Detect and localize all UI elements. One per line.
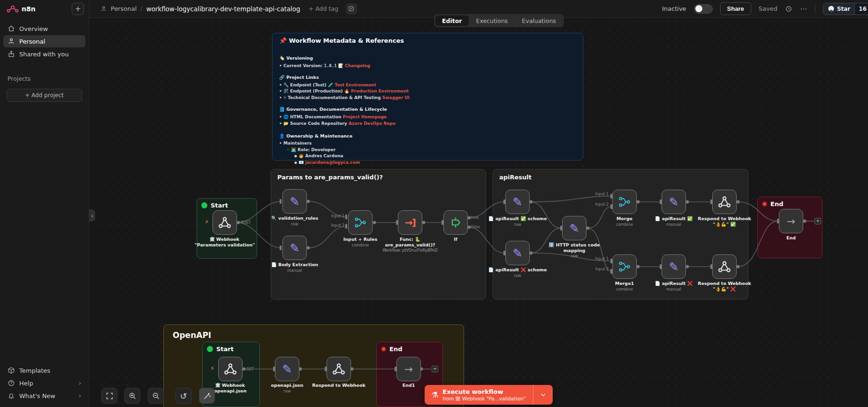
execute-options-chevron[interactable]: [533, 385, 553, 405]
node-end[interactable]: →: [779, 209, 803, 233]
execute-workflow-icon: →]: [405, 217, 415, 228]
production-environment-link[interactable]: 🔥 Production Environment: [344, 89, 409, 93]
sidebar-collapse-handle[interactable]: ‹: [89, 209, 95, 222]
tidy-up-button[interactable]: [199, 388, 215, 404]
node-caption: 📄 apiResult ❌ scheme raw: [487, 267, 548, 278]
undo-button[interactable]: ↺: [175, 388, 191, 404]
node-respond-to-webhook-ok[interactable]: [712, 190, 737, 214]
node-apiresult-ok-scheme[interactable]: ✎: [505, 190, 530, 214]
link-line: • 🔧 Endpoint (Test) 🧪 Test Environment: [279, 82, 575, 89]
node-openapi-json[interactable]: ✎: [275, 357, 299, 381]
email-link[interactable]: jacardona@logyca.com: [305, 160, 360, 165]
merge-icon: [618, 195, 631, 208]
node-http-status-mapping[interactable]: ✎: [562, 216, 586, 240]
node-webhook-parameters-validation[interactable]: [213, 210, 237, 235]
node-apiresult-fail[interactable]: ✎: [662, 254, 686, 279]
node-merge[interactable]: [612, 190, 637, 214]
sidebar-item-templates[interactable]: Templates: [3, 364, 85, 376]
test-environment-link[interactable]: 🧪 Test Environment: [328, 83, 376, 87]
fit-view-icon: [106, 392, 114, 400]
azure-devops-link[interactable]: Azure DevOps Repo: [349, 121, 396, 126]
chevron-down-icon: [540, 392, 546, 398]
node-apiresult-ok[interactable]: ✎: [662, 190, 686, 214]
edit-description-button[interactable]: [346, 3, 357, 15]
node-if[interactable]: [443, 210, 468, 235]
node-apiresult-fail-scheme[interactable]: ✎: [505, 241, 530, 265]
new-workflow-button[interactable]: +: [72, 3, 84, 15]
changelog-link[interactable]: 📝 Changelog: [338, 63, 370, 68]
sidebar-item-personal[interactable]: Personal: [3, 35, 85, 47]
node-respond-to-webhook-openapi[interactable]: [327, 357, 351, 381]
respond-webhook-icon: [717, 260, 731, 274]
if-false-label: false: [471, 225, 480, 229]
merge-input1-label: Input 1: [591, 257, 609, 261]
add-tag-button[interactable]: + Add tag: [309, 5, 338, 12]
node-respond-to-webhook-fail[interactable]: [712, 254, 737, 279]
webhook-method-badge: GET: [246, 367, 254, 371]
node-validation-rules[interactable]: ✎: [282, 189, 307, 214]
node-caption: Respond to Webhook "👌💪" ✅: [694, 216, 755, 227]
node-caption: Respond to Webhook: [308, 383, 369, 388]
edit-fields-icon: ✎: [570, 222, 579, 235]
share-button[interactable]: Share: [720, 2, 751, 15]
workflow-title[interactable]: workflow-logycalibrary-dev-template-api-…: [146, 5, 300, 13]
red-dot-icon: [381, 346, 386, 352]
tab-evaluations[interactable]: Evaluations: [515, 15, 562, 26]
edit-fields-icon: ✎: [290, 241, 300, 255]
execute-workflow-button[interactable]: ⚗ Execute workflow from 🕸 Webhook "Pa...…: [425, 385, 553, 405]
view-tabs: Editor Executions Evaluations: [434, 14, 564, 27]
project-links-header: 🔗 Project Links: [279, 75, 575, 80]
sticky-note-metadata[interactable]: 📌 Workflow Metadata & References 🏷️ Vers…: [272, 33, 583, 161]
link-line: • 📂 Source Code Repository Azure DevOps …: [279, 121, 575, 127]
active-toggle[interactable]: [694, 4, 713, 14]
merge-input2-label: Input 2: [591, 267, 609, 271]
merge-input2-label: Input 2: [591, 202, 609, 207]
sidebar-label: Shared with you: [19, 51, 69, 58]
zoom-in-icon: [129, 392, 137, 400]
undo-icon: ↺: [180, 391, 187, 401]
node-caption: 📄 apiResult ✅ scheme raw: [487, 216, 548, 227]
governance-header: 📘 Governance, Documentation & Lifecycle: [279, 107, 575, 112]
merge-input1-label: Input 1: [327, 214, 344, 218]
breadcrumb-project[interactable]: Personal: [111, 5, 137, 12]
breadcrumb: Personal / workflow-logycalibrary-dev-te…: [89, 3, 357, 15]
node-end1[interactable]: →: [396, 357, 421, 381]
sidebar-item-help[interactable]: Help ›: [3, 377, 85, 389]
versioning-header: 🏷️ Versioning: [279, 55, 575, 61]
sidebar-label: Personal: [19, 38, 45, 45]
sidebar-item-shared[interactable]: Shared with you: [3, 48, 85, 60]
sticky-group-apiresult[interactable]: apiResult: [493, 169, 748, 299]
link-line: • 🌐 HTML Documentation Project Homepage: [279, 114, 575, 121]
tab-editor[interactable]: Editor: [435, 15, 469, 26]
zoom-in-button[interactable]: [124, 388, 140, 404]
zoom-to-fit-button[interactable]: [101, 388, 117, 404]
group-title: apiResult: [493, 169, 748, 185]
sticky-title: 📌 Workflow Metadata & References: [279, 37, 575, 44]
tab-executions[interactable]: Executions: [470, 15, 515, 26]
node-caption: Respond to Webhook "👌💪" ❌: [694, 281, 755, 292]
node-merge-input-rules[interactable]: [348, 210, 373, 235]
sidebar-label: Help: [19, 380, 33, 387]
version-line: • Current Version: 1.0.1 📝 Changelog: [279, 63, 575, 69]
zoom-out-button[interactable]: [148, 388, 164, 404]
add-node-button[interactable]: +: [432, 366, 438, 372]
group-title: Params to are_params_valid()?: [271, 169, 486, 185]
sidebar-item-overview[interactable]: Overview: [3, 23, 85, 35]
node-body-extraction[interactable]: ✎: [282, 236, 307, 260]
node-webhook-openapi[interactable]: [218, 357, 243, 381]
more-options-button[interactable]: ⋯: [800, 5, 807, 13]
merge-input1-label: Input 1: [591, 192, 609, 196]
project-homepage-link[interactable]: Project Homepage: [343, 115, 387, 119]
merge-icon: [354, 216, 367, 229]
node-merge1[interactable]: [612, 254, 637, 279]
webhook-method-badge: POST: [241, 221, 251, 225]
merge-input2-label: Input 2: [327, 223, 344, 228]
sidebar-item-whats-new[interactable]: What's New ›: [3, 390, 85, 402]
history-button[interactable]: [785, 5, 792, 13]
node-func-are-params-valid[interactable]: →]: [398, 210, 422, 235]
swagger-ui-link[interactable]: Swagger UI: [382, 95, 410, 100]
add-node-button[interactable]: +: [815, 218, 821, 224]
github-star-widget[interactable]: Star 16: [823, 3, 868, 15]
add-project-button[interactable]: + Add project: [7, 89, 82, 102]
person-icon: [100, 6, 107, 12]
